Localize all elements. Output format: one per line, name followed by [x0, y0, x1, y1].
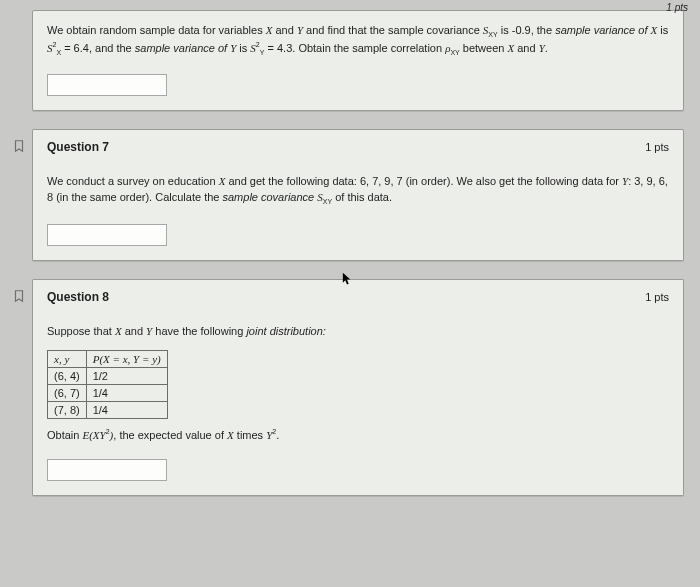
t: is: [236, 42, 250, 54]
t: sample variance of: [555, 24, 650, 36]
question-card-prev: We obtain random sample data for variabl…: [32, 10, 684, 111]
t: have the following: [152, 325, 246, 337]
t: Obtain: [47, 428, 82, 440]
q8-pts: 1 pts: [645, 291, 669, 303]
t: is -0.9, the: [498, 24, 555, 36]
bookmark-icon[interactable]: [12, 289, 26, 303]
table-row: (6, 4)1/2: [48, 367, 168, 384]
q8-header: Question 8 1 pts: [32, 279, 684, 312]
q7-card: We conduct a survey on education X and g…: [32, 162, 684, 260]
answer-input-q7[interactable]: [47, 224, 167, 246]
t: (6, 7): [48, 384, 87, 401]
table-row: (7, 8)1/4: [48, 401, 168, 418]
t: x, y: [54, 353, 69, 365]
answer-input-prev[interactable]: [47, 74, 167, 96]
t: Suppose that: [47, 325, 115, 337]
t: We conduct a survey on education: [47, 175, 219, 187]
t: 1/2: [86, 367, 167, 384]
answer-input-q8[interactable]: [47, 459, 167, 481]
t: E(XY: [82, 428, 105, 440]
q7-header: Question 7 1 pts: [32, 129, 684, 162]
t: between: [460, 42, 508, 54]
t: and: [514, 42, 538, 54]
joint-dist-table: x, y P(X = x, Y = y) (6, 4)1/2 (6, 7)1/4…: [47, 350, 168, 419]
t: , the expected value of: [113, 428, 227, 440]
table-row: (6, 7)1/4: [48, 384, 168, 401]
t: = 4.3. Obtain the sample correlation: [264, 42, 445, 54]
table-row: x, y P(X = x, Y = y): [48, 350, 168, 367]
t: sample covariance: [222, 191, 317, 203]
t: and get the following data: 6, 7, 9, 7 (…: [225, 175, 622, 187]
t: (7, 8): [48, 401, 87, 418]
t: 2: [256, 41, 260, 48]
t: X: [115, 325, 122, 337]
t: We obtain random sample data for variabl…: [47, 24, 266, 36]
q8-p1: Suppose that X and Y have the following …: [47, 324, 669, 340]
t: times: [234, 428, 266, 440]
t: 2: [53, 41, 57, 48]
t: = 6.4, and the: [61, 42, 135, 54]
q8-title: Question 8: [47, 290, 109, 304]
q7-title: Question 7: [47, 140, 109, 154]
t: (6, 4): [48, 367, 87, 384]
t: XY: [323, 198, 332, 205]
cursor-icon: [342, 272, 352, 286]
t: 1/4: [86, 401, 167, 418]
t: XY: [450, 49, 459, 56]
t: .: [276, 428, 279, 440]
q8-p2: Obtain E(XY2), the expected value of X t…: [47, 427, 669, 444]
t: and: [272, 24, 296, 36]
t: X: [227, 428, 234, 440]
t: and: [122, 325, 146, 337]
bookmark-icon[interactable]: [12, 139, 26, 153]
q-prev-prompt: We obtain random sample data for variabl…: [47, 23, 669, 58]
t: P(X = x, Y = y): [93, 353, 161, 365]
t: .: [545, 42, 548, 54]
q7-pts: 1 pts: [645, 141, 669, 153]
t: is: [657, 24, 668, 36]
q8-card: Suppose that X and Y have the following …: [32, 312, 684, 497]
q7-prompt: We conduct a survey on education X and g…: [47, 174, 669, 207]
t: joint distribution:: [246, 325, 326, 337]
t: sample variance of: [135, 42, 230, 54]
page-top-pts: 1 pts: [666, 2, 688, 13]
t: of this data.: [332, 191, 392, 203]
t: and find that the sample covariance: [303, 24, 483, 36]
sxy-sub: XY: [488, 31, 497, 38]
t: 1/4: [86, 384, 167, 401]
